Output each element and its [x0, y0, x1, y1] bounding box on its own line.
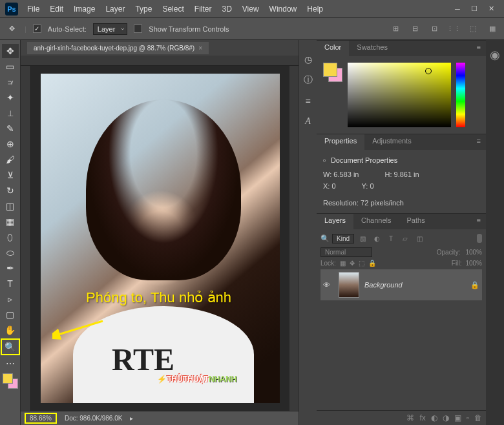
lock-all-icon[interactable]: 🔒	[368, 260, 376, 267]
crop-tool[interactable]: ⟂	[2, 106, 19, 120]
filter-smart-icon[interactable]: ◫	[414, 233, 425, 244]
shirt-text: RTE	[112, 342, 174, 377]
eyedropper-tool[interactable]: ✎	[2, 121, 19, 136]
panel-menu-icon[interactable]: ≡	[472, 134, 486, 150]
show-transform-checkbox[interactable]	[134, 25, 142, 33]
zoom-tool[interactable]: 🔍	[1, 338, 20, 355]
opacity-value[interactable]: 100%	[465, 249, 482, 256]
mask-icon[interactable]: ◐	[431, 413, 437, 422]
tab-color[interactable]: Color	[317, 41, 349, 56]
lock-artboard-icon[interactable]: ⬚	[359, 260, 364, 267]
color-field[interactable]	[348, 63, 451, 127]
align-icon-2[interactable]: ⊟	[408, 23, 421, 36]
menu-image[interactable]: Image	[68, 2, 100, 16]
layer-row[interactable]: 👁 Background 🔒	[320, 269, 482, 300]
zoom-level[interactable]: 88.68%	[25, 413, 57, 424]
panel-menu-icon[interactable]: ≡	[472, 41, 486, 56]
collapsed-panels: ◷ ⓘ ≡ A	[299, 40, 317, 425]
lock-pixels-icon[interactable]: ▦	[340, 260, 346, 267]
filter-shape-icon[interactable]: ▱	[399, 233, 411, 244]
eraser-tool[interactable]: ◫	[2, 199, 19, 213]
paragraph-panel-icon[interactable]: A	[302, 115, 315, 128]
tab-adjustments[interactable]: Adjustments	[364, 134, 419, 150]
path-select-tool[interactable]: ▹	[2, 292, 19, 306]
menu-3d[interactable]: 3D	[216, 2, 236, 16]
menu-file[interactable]: File	[22, 2, 45, 16]
dodge-tool[interactable]: ⬭	[2, 245, 19, 260]
maximize-button[interactable]: ☐	[467, 3, 482, 15]
close-button[interactable]: ✕	[483, 3, 499, 15]
filter-adjust-icon[interactable]: ◐	[371, 233, 383, 244]
info-panel-icon[interactable]: ⓘ	[302, 74, 315, 87]
vertical-scrollbar[interactable]	[289, 66, 299, 411]
show-transform-label: Show Transform Controls	[149, 25, 229, 33]
history-brush-tool[interactable]: ↻	[2, 183, 19, 198]
gradient-tool[interactable]: ▦	[2, 214, 19, 229]
minimize-button[interactable]: ─	[450, 3, 465, 15]
filter-pixel-icon[interactable]: ▧	[357, 233, 368, 244]
rectangle-tool[interactable]: ▢	[2, 307, 19, 322]
new-layer-icon[interactable]: ▫	[467, 413, 469, 422]
blur-tool[interactable]: ⬯	[2, 230, 19, 244]
character-panel-icon[interactable]: ≡	[302, 94, 315, 107]
3d-mode-icon[interactable]: ⬚	[467, 23, 479, 36]
status-chevron-icon[interactable]: ▸	[130, 415, 133, 422]
align-icon[interactable]: ⊞	[389, 23, 402, 36]
filter-kind-dropdown[interactable]: Kind	[332, 234, 354, 244]
fill-value[interactable]: 100%	[465, 260, 482, 267]
document-tab[interactable]: anh-girl-xinh-facebook-tuyet-dep.jpg @ 8…	[27, 42, 209, 54]
visibility-icon[interactable]: 👁	[323, 281, 333, 289]
tab-swatches[interactable]: Swatches	[349, 41, 395, 56]
brush-tool[interactable]: 🖌	[2, 152, 19, 167]
panel-menu-icon[interactable]: ≡	[472, 214, 486, 229]
hand-tool[interactable]: ✋	[2, 323, 19, 337]
delete-icon[interactable]: 🗑	[474, 413, 482, 422]
lasso-tool[interactable]: ⟉	[2, 75, 19, 89]
color-swatches[interactable]	[323, 63, 342, 82]
tab-channels[interactable]: Channels	[353, 214, 399, 229]
layer-thumbnail[interactable]	[339, 272, 359, 298]
move-tool-icon: ✥	[5, 23, 18, 36]
auto-select-dropdown[interactable]: Layer	[93, 23, 128, 35]
distribute-icon[interactable]: ⋮⋮	[447, 23, 460, 36]
filter-toggle[interactable]	[477, 234, 482, 243]
menu-window[interactable]: Window	[264, 2, 302, 16]
tab-layers[interactable]: Layers	[317, 214, 353, 229]
adjustment-icon[interactable]: ◑	[443, 413, 449, 422]
group-icon[interactable]: ▣	[454, 413, 461, 422]
magic-wand-tool[interactable]: ✦	[2, 90, 19, 105]
layer-lock-icon[interactable]: 🔒	[470, 281, 479, 289]
tab-paths[interactable]: Paths	[399, 214, 433, 229]
fx-icon[interactable]: fx	[419, 413, 425, 422]
filter-search-icon[interactable]: 🔍	[320, 234, 330, 243]
creative-cloud-icon[interactable]: ◉	[490, 48, 500, 62]
spot-heal-tool[interactable]: ⊕	[2, 137, 19, 151]
menu-filter[interactable]: Filter	[189, 2, 217, 16]
menu-help[interactable]: Help	[302, 2, 328, 16]
hue-slider[interactable]	[456, 63, 465, 127]
menu-type[interactable]: Type	[130, 2, 157, 16]
marquee-tool[interactable]: ▭	[2, 59, 19, 74]
move-tool[interactable]: ✥	[2, 44, 19, 58]
type-tool[interactable]: T	[2, 276, 19, 291]
layer-name: Background	[364, 281, 403, 289]
menu-view[interactable]: View	[237, 2, 264, 16]
auto-select-checkbox[interactable]	[33, 25, 41, 33]
menu-select[interactable]: Select	[157, 2, 189, 16]
history-panel-icon[interactable]: ◷	[302, 53, 315, 66]
pen-tool[interactable]: ✒	[2, 261, 19, 275]
close-tab-icon[interactable]: ×	[198, 45, 202, 52]
canvas[interactable]: RTE Phóng to, Thu nhỏ ảnh ⚡THỦTHUẬTNHANH	[31, 66, 289, 411]
clone-tool[interactable]: ⊻	[2, 168, 19, 182]
lock-position-icon[interactable]: ✥	[350, 260, 355, 267]
link-layers-icon[interactable]: ⌘	[406, 413, 414, 422]
tab-properties[interactable]: Properties	[317, 134, 364, 150]
menu-layer[interactable]: Layer	[100, 2, 130, 16]
blend-mode-dropdown[interactable]: Normal	[320, 247, 372, 257]
align-icon-3[interactable]: ⊡	[428, 23, 441, 36]
filter-type-icon[interactable]: T	[385, 233, 397, 244]
menu-edit[interactable]: Edit	[45, 2, 68, 16]
workspace-icon[interactable]: ▦	[486, 23, 499, 36]
foreground-background-colors[interactable]	[3, 373, 18, 389]
edit-toolbar[interactable]: ⋯	[2, 357, 19, 371]
